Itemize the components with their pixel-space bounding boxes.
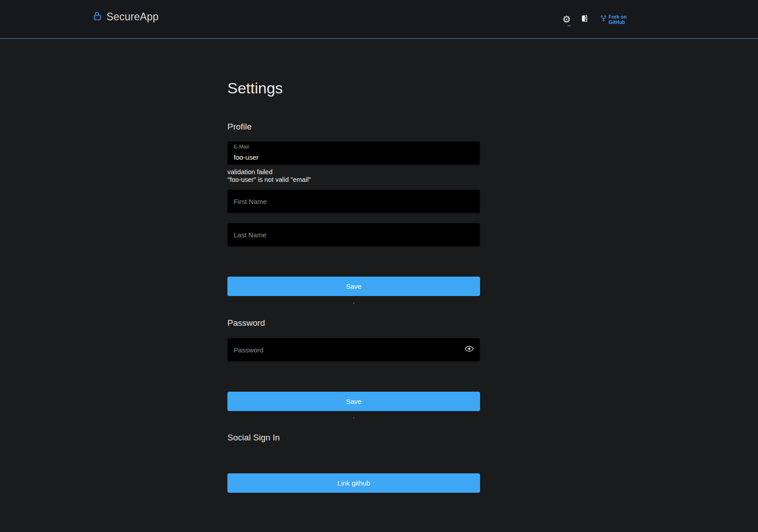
email-input[interactable] xyxy=(227,141,480,165)
settings-gear-button[interactable]: ⚙ xyxy=(562,14,572,25)
profile-section-heading: Profile xyxy=(227,121,480,132)
fork-link-label: Fork on GitHub xyxy=(609,14,627,25)
last-name-field[interactable] xyxy=(227,223,480,246)
fork-on-github-link[interactable]: Fork on GitHub xyxy=(601,14,627,25)
logout-button[interactable] xyxy=(580,14,590,25)
password-save-button[interactable]: Save xyxy=(227,392,480,411)
header-actions: ⚙ Fork on xyxy=(562,0,627,39)
password-field[interactable] xyxy=(227,338,480,361)
first-name-field[interactable] xyxy=(227,190,480,213)
validation-line-2: "foo-user" is not valid "email" xyxy=(227,176,480,184)
password-input[interactable] xyxy=(227,338,480,361)
first-name-input[interactable] xyxy=(227,190,480,213)
git-fork-icon xyxy=(601,15,606,24)
validation-line-1: validation failed xyxy=(227,168,480,176)
toggle-password-visibility-button[interactable] xyxy=(464,345,475,354)
last-name-input[interactable] xyxy=(227,223,480,246)
eye-icon xyxy=(465,346,474,354)
settings-page: Settings Profile E-Mail validation faile… xyxy=(227,39,480,493)
app-header: SecureApp ⚙ xyxy=(0,0,758,39)
app-logo[interactable]: SecureApp xyxy=(93,11,159,23)
email-validation-error: validation failed "foo-user" is not vali… xyxy=(227,168,480,183)
app-name: SecureApp xyxy=(106,11,159,23)
logout-icon xyxy=(581,14,588,24)
divider-dot xyxy=(353,303,354,304)
email-field[interactable]: E-Mail xyxy=(227,141,480,165)
gear-underline xyxy=(568,25,571,26)
password-section-heading: Password xyxy=(227,318,480,328)
gear-icon: ⚙ xyxy=(562,15,571,24)
social-section-heading: Social Sign In xyxy=(227,432,480,443)
profile-save-button[interactable]: Save xyxy=(227,277,480,296)
divider-dot xyxy=(353,417,354,418)
page-title: Settings xyxy=(227,79,480,97)
link-github-button[interactable]: Link github xyxy=(227,473,480,493)
lock-icon xyxy=(93,11,102,23)
